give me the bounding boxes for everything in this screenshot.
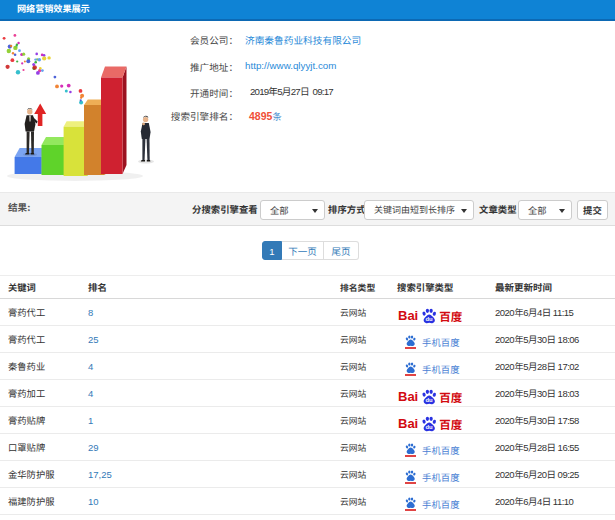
svg-text:du: du bbox=[426, 423, 434, 429]
svg-text:du: du bbox=[426, 315, 434, 321]
svg-text:du: du bbox=[426, 396, 434, 402]
